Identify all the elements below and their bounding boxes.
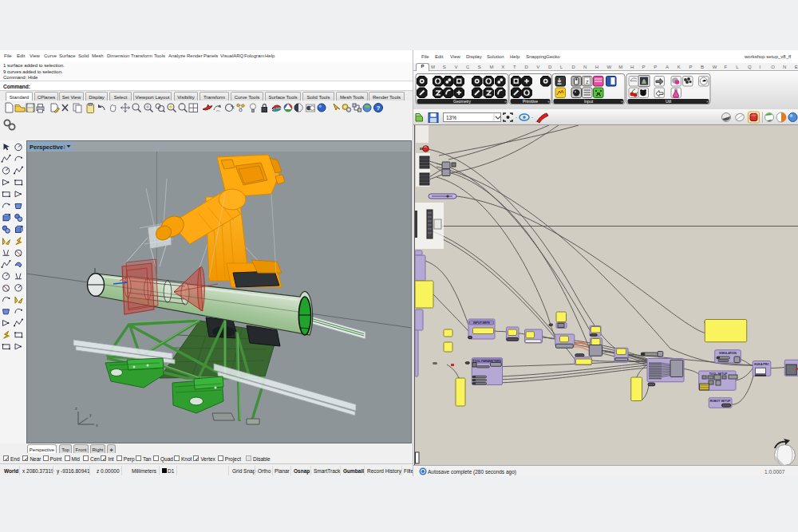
svg-text:Input: Input [584,99,594,104]
svg-text:Perspective: Perspective [30,144,63,151]
svg-text:-: - [531,115,533,120]
svg-text:INPUT:SRFS: INPUT:SRFS [473,321,491,325]
svg-text:+: + [621,99,623,104]
svg-text:+: + [547,99,550,104]
svg-text:Util: Util [666,99,671,104]
svg-text:x: x [96,423,98,428]
svg-text:-: - [516,115,517,120]
svg-text:13%: 13% [446,115,456,120]
svg-text:Primitive: Primitive [523,99,538,104]
svg-text:z: z [75,406,77,411]
svg-text:SIMULATION: SIMULATION [719,352,737,355]
svg-text:Z: Z [586,80,589,85]
svg-text:?: ? [376,104,380,112]
svg-text:ROBOT SETUP: ROBOT SETUP [710,400,731,403]
svg-text:+: + [504,99,507,104]
svg-text:y: y [89,412,92,417]
svg-text:KUKA PRC: KUKA PRC [754,363,769,366]
svg-text:Geometry: Geometry [453,99,471,104]
svg-text:+: + [706,99,709,104]
